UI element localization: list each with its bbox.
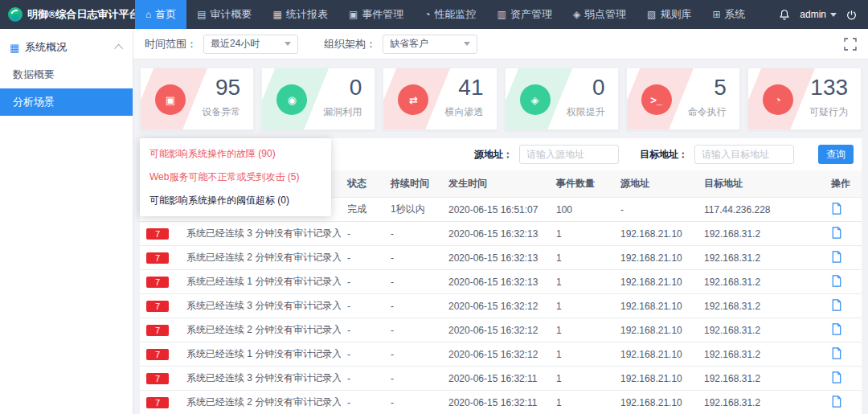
cell-count: 1 xyxy=(550,294,614,318)
sidebar: ▦ 系统概况 数据概要 分析场景 xyxy=(0,29,133,414)
doc-icon[interactable] xyxy=(831,227,842,239)
cell-occurred: 2020-06-15 16:51:07 xyxy=(442,198,550,222)
org-structure-select[interactable]: 缺省客户 xyxy=(383,35,477,54)
source-address-input[interactable] xyxy=(519,145,619,164)
stat-card-lateral-movement[interactable]: ⇄ 41 横向渗透 xyxy=(383,68,497,130)
nav-label: 资产管理 xyxy=(510,7,552,22)
nav-item-home[interactable]: ⌂ 首页 xyxy=(135,0,186,29)
cell-target: 192.168.31.2 xyxy=(698,367,825,391)
stat-card-device-anomaly[interactable]: ▣ 95 设备异常 xyxy=(140,68,254,130)
sidebar-item-data-summary[interactable]: 数据概要 xyxy=(0,61,133,88)
chevron-down-icon xyxy=(285,42,291,46)
cell-target: 192.168.31.2 xyxy=(698,342,825,367)
cell-duration: - xyxy=(384,270,442,294)
app-root: 明御®综合日志审计平台 ⌂ 首页 ▤ 审计概要 ▦ 统计报表 ▣ 事件管理 ◔ … xyxy=(0,0,868,414)
shield-icon: ◈ xyxy=(573,9,580,20)
header-occurred: 发生时间 xyxy=(442,170,550,198)
brand-swirl-icon xyxy=(8,7,23,22)
stat-card-suspicious-behavior[interactable]: ◔ 133 可疑行为 xyxy=(747,68,862,130)
doc-icon[interactable] xyxy=(831,299,842,311)
cell-name: 系统已经连续 1 分钟没有审计记录入库 xyxy=(180,342,341,367)
cell-name: 系统已经连续 2 分钟没有审计记录入库 xyxy=(180,246,341,270)
header-source: 源地址 xyxy=(614,170,698,198)
header-status: 状态 xyxy=(341,170,384,198)
sidebar-group-system-overview[interactable]: ▦ 系统概况 xyxy=(0,34,133,61)
target-address-input[interactable] xyxy=(694,145,794,164)
nav-item-performance-monitor[interactable]: ◔ 性能监控 xyxy=(414,0,486,29)
nav-item-statistics-report[interactable]: ▦ 统计报表 xyxy=(263,0,338,29)
nav-item-system[interactable]: ⊞ 系统 xyxy=(702,0,755,29)
bell-icon[interactable] xyxy=(779,9,790,20)
time-range-value: 最近24小时 xyxy=(211,37,260,51)
cell-target: 192.168.31.2 xyxy=(698,294,825,318)
audit-summary-icon: ▤ xyxy=(197,9,206,20)
nav-item-event-management[interactable]: ▣ 事件管理 xyxy=(338,0,414,29)
nav-label: 事件管理 xyxy=(362,7,403,22)
cell-target: 192.168.31.2 xyxy=(698,270,825,294)
table-row: 7 系统已经连续 2 分钟没有审计记录入库 - - 2020-06-15 16:… xyxy=(140,318,862,342)
terminal-icon: >_ xyxy=(641,84,672,115)
time-range-select[interactable]: 最近24小时 xyxy=(203,35,298,54)
event-icon: ▣ xyxy=(349,9,358,20)
stat-value: 0 xyxy=(592,75,605,100)
table-row: 7 系统已经连续 3 分钟没有审计记录入库 - - 2020-06-15 16:… xyxy=(140,222,862,246)
system-grid-icon: ⊞ xyxy=(712,9,720,20)
popup-item-threshold-exceed[interactable]: 可能影响系统操作的阈值超标 (0) xyxy=(140,189,331,212)
cell-occurred: 2020-06-15 16:32:11 xyxy=(442,367,550,391)
doc-icon[interactable] xyxy=(831,323,842,335)
chevron-down-icon xyxy=(830,13,837,17)
table-row: 7 系统已经连续 1 分钟没有审计记录入库 - - 2020-06-15 16:… xyxy=(140,342,862,367)
stat-label: 可疑行为 xyxy=(809,105,848,119)
cell-count: 1 xyxy=(550,318,614,342)
doc-icon[interactable] xyxy=(831,251,842,263)
stat-label: 漏洞利用 xyxy=(323,105,362,119)
doc-icon[interactable] xyxy=(831,203,842,215)
sidebar-item-analysis-scene[interactable]: 分析场景 xyxy=(0,88,133,116)
cell-count: 1 xyxy=(550,367,614,391)
username: admin xyxy=(800,9,826,20)
user-menu[interactable]: admin xyxy=(800,9,837,20)
nav-item-weakness-management[interactable]: ◈ 弱点管理 xyxy=(563,0,637,29)
stat-value: 133 xyxy=(810,75,848,100)
cell-source: 192.168.21.10 xyxy=(614,342,698,367)
cell-target: 192.168.31.2 xyxy=(698,222,825,246)
nav-label: 性能监控 xyxy=(435,7,477,22)
report-icon: ▦ xyxy=(273,9,282,20)
cell-source: 192.168.21.10 xyxy=(614,270,698,294)
query-button[interactable]: 查询 xyxy=(818,145,854,164)
nav-item-rule-base[interactable]: ▧ 规则库 xyxy=(637,0,702,29)
cell-occurred: 2020-06-15 16:32:11 xyxy=(442,391,550,414)
table-row: 7 系统已经连续 3 分钟没有审计记录入库 - - 2020-06-15 16:… xyxy=(140,367,862,391)
cell-source: 192.168.21.10 xyxy=(614,318,698,342)
org-structure-value: 缺省客户 xyxy=(390,37,428,51)
device-anomaly-dropdown: 可能影响系统操作的故障 (90) Web服务可能不正常或受到攻击 (5) 可能影… xyxy=(140,138,331,216)
cell-name: 系统已经连续 3 分钟没有审计记录入库 xyxy=(180,222,341,246)
cell-source: 192.168.21.10 xyxy=(614,367,698,391)
stat-card-command-execution[interactable]: >_ 5 命令执行 xyxy=(626,68,740,130)
popup-item-web-attack[interactable]: Web服务可能不正常或受到攻击 (5) xyxy=(140,166,331,189)
stat-card-privilege-escalation[interactable]: ◈ 0 权限提升 xyxy=(505,68,619,130)
bug-icon: ◉ xyxy=(276,84,307,115)
stat-card-vuln-exploit[interactable]: ◉ 0 漏洞利用 xyxy=(261,68,375,130)
time-range-label: 时间范围： xyxy=(145,37,197,51)
stat-value: 0 xyxy=(350,75,362,100)
nav-item-audit-summary[interactable]: ▤ 审计概要 xyxy=(186,0,262,29)
org-structure-label: 组织架构： xyxy=(324,37,376,51)
source-address-label: 源地址： xyxy=(474,148,513,162)
cell-status: - xyxy=(341,294,384,318)
nav-label: 统计报表 xyxy=(286,7,328,22)
doc-icon[interactable] xyxy=(831,275,842,287)
doc-icon[interactable] xyxy=(831,396,842,408)
navbar-right: admin xyxy=(779,0,868,29)
cell-occurred: 2020-06-15 16:32:12 xyxy=(442,294,550,318)
header-count: 事件数量 xyxy=(550,170,614,198)
power-icon[interactable] xyxy=(846,10,857,20)
level-badge: 7 xyxy=(146,373,169,384)
nav-item-asset-management[interactable]: ▥ 资产管理 xyxy=(487,0,563,29)
cell-status: 完成 xyxy=(341,198,384,222)
popup-item-system-fault[interactable]: 可能影响系统操作的故障 (90) xyxy=(140,142,331,166)
level-badge: 7 xyxy=(146,349,169,360)
doc-icon[interactable] xyxy=(831,371,842,383)
fullscreen-icon[interactable] xyxy=(844,38,857,51)
doc-icon[interactable] xyxy=(831,347,842,359)
